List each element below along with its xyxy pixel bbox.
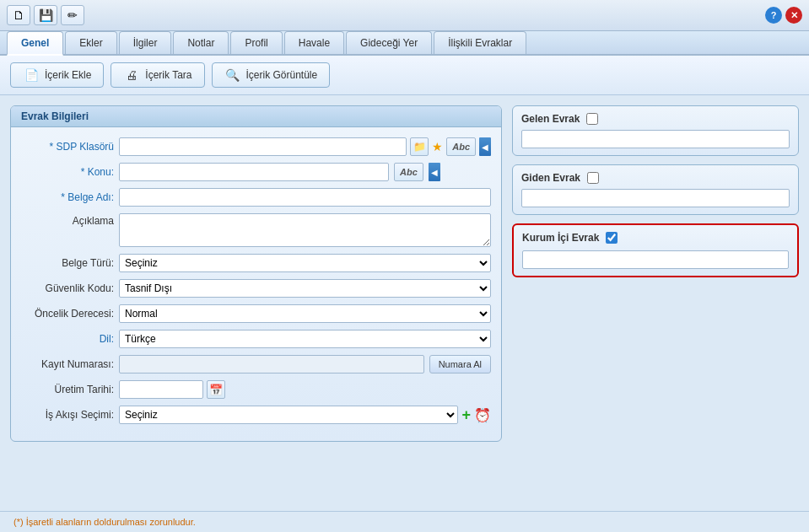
tab-notlar[interactable]: Notlar <box>173 31 229 54</box>
sdp-abc-btn[interactable]: Abc <box>446 137 476 156</box>
date-input-group: 📅 <box>119 380 225 399</box>
kurum-ici-evrak-box: Kurum İçi Evrak <box>512 223 799 277</box>
is-akisi-add-button[interactable]: + <box>461 406 471 424</box>
is-akisi-group: Seçiniz + ⏰ <box>119 406 491 424</box>
konu-input[interactable] <box>119 163 389 181</box>
tab-havale[interactable]: Havale <box>284 31 344 54</box>
footer-note: (*) İşaretli alanların doldurulması zoru… <box>0 511 809 532</box>
close-button[interactable]: ✕ <box>785 7 802 24</box>
top-bar: 🗋 💾 ✏ ? ✕ <box>0 0 809 31</box>
konu-abc-btn[interactable]: Abc <box>394 163 423 181</box>
sdp-folder-btn[interactable]: 📁 <box>410 137 429 156</box>
action-bar: 📄 İçerik Ekle 🖨 İçerik Tara 🔍 İçerik Gör… <box>0 56 809 95</box>
kurum-ici-evrak-header: Kurum İçi Evrak <box>522 232 789 244</box>
is-akisi-label: İş Akışı Seçimi: <box>21 409 114 421</box>
sdp-klasoru-row: SDP Klasörü 📁 ★ Abc ◀ <box>21 137 491 156</box>
toolbar-buttons: 🗋 💾 ✏ <box>7 5 84 25</box>
dil-select[interactable]: Türkçe <box>119 330 491 348</box>
icerik-goruntule-icon: 🔍 <box>224 67 241 83</box>
aciklama-row: Açıklama <box>21 213 491 247</box>
gelen-evrak-input[interactable] <box>521 130 790 148</box>
icerik-tara-button[interactable]: 🖨 İçerik Tara <box>111 62 204 88</box>
kayit-numarasi-row: Kayıt Numarası: Numara Al <box>21 355 491 373</box>
tab-iliskili-evraklar[interactable]: İlişkili Evraklar <box>434 31 526 54</box>
oncelik-derecesi-select[interactable]: Normal <box>119 304 491 323</box>
kurum-ici-evrak-checkbox[interactable] <box>606 232 618 244</box>
clock-icon: ⏰ <box>474 407 491 423</box>
oncelik-derecesi-row: Öncelik Derecesi: Normal <box>21 304 491 323</box>
guvenlik-kodu-select[interactable]: Tasnif Dışı <box>119 279 491 298</box>
right-panel: Gelen Evrak Giden Evrak Kurum İçi Evrak <box>512 105 799 501</box>
konu-row: Konu: Abc ◀ <box>21 163 491 181</box>
sdp-arrow-btn[interactable]: ◀ <box>479 137 491 156</box>
gelen-evrak-header: Gelen Evrak <box>521 113 790 125</box>
required-fields-note: (*) İşaretli alanların doldurulması zoru… <box>13 517 196 527</box>
tab-bar: Genel Ekler İlgiler Notlar Profil Havale… <box>0 31 809 56</box>
dil-row: Dil: Türkçe <box>21 330 491 348</box>
save-button[interactable]: 💾 <box>34 5 57 25</box>
belge-turu-label: Belge Türü: <box>21 257 114 269</box>
panel-title: Evrak Bilgileri <box>11 106 501 127</box>
tab-genel[interactable]: Genel <box>7 31 63 56</box>
gelen-evrak-box: Gelen Evrak <box>512 105 799 156</box>
main-content: Evrak Bilgileri SDP Klasörü 📁 ★ Abc ◀ <box>0 95 809 511</box>
giden-evrak-checkbox[interactable] <box>587 172 599 184</box>
sdp-klasoru-label: SDP Klasörü <box>21 141 114 153</box>
icerik-goruntule-button[interactable]: 🔍 İçerik Görüntüle <box>212 62 331 88</box>
new-button[interactable]: 🗋 <box>7 5 30 25</box>
is-akisi-select[interactable]: Seçiniz <box>119 406 458 424</box>
icerik-ekle-label: İçerik Ekle <box>45 69 91 81</box>
tab-profil[interactable]: Profil <box>230 31 282 54</box>
guvenlik-kodu-label: Güvenlik Kodu: <box>21 282 114 294</box>
belge-turu-select[interactable]: Seçiniz <box>119 254 491 272</box>
uretim-tarihi-row: Üretim Tarihi: 📅 <box>21 380 491 399</box>
edit-button[interactable]: ✏ <box>61 5 84 25</box>
tab-ekler[interactable]: Ekler <box>65 31 116 54</box>
belge-adi-label: Belge Adı: <box>21 191 114 203</box>
kayit-numarasi-input <box>119 355 424 373</box>
window-controls: ? ✕ <box>765 7 802 24</box>
konu-label: Konu: <box>21 166 114 178</box>
help-button[interactable]: ? <box>765 7 782 24</box>
belge-adi-input[interactable] <box>119 188 491 207</box>
calendar-button[interactable]: 📅 <box>207 380 225 399</box>
uretim-tarihi-label: Üretim Tarihi: <box>21 384 114 395</box>
panel-body: SDP Klasörü 📁 ★ Abc ◀ Konu: Abc <box>11 127 501 441</box>
tab-gidecegi-yer[interactable]: Gideceği Yer <box>346 31 432 54</box>
kurum-ici-evrak-input[interactable] <box>522 250 789 269</box>
aciklama-label: Açıklama <box>21 213 114 227</box>
aciklama-textarea[interactable] <box>119 213 491 247</box>
uretim-tarihi-input[interactable] <box>119 380 203 399</box>
evrak-bilgileri-panel: Evrak Bilgileri SDP Klasörü 📁 ★ Abc ◀ <box>10 105 502 442</box>
guvenlik-kodu-row: Güvenlik Kodu: Tasnif Dışı <box>21 279 491 298</box>
sdp-star-icon: ★ <box>432 140 443 153</box>
left-panel: Evrak Bilgileri SDP Klasörü 📁 ★ Abc ◀ <box>10 105 502 501</box>
is-akisi-row: İş Akışı Seçimi: Seçiniz + ⏰ <box>21 406 491 424</box>
kurum-ici-evrak-title: Kurum İçi Evrak <box>522 232 599 244</box>
konu-arrow-btn[interactable]: ◀ <box>429 163 440 181</box>
belge-turu-row: Belge Türü: Seçiniz <box>21 254 491 272</box>
oncelik-derecesi-label: Öncelik Derecesi: <box>21 308 114 320</box>
kayit-numarasi-label: Kayıt Numarası: <box>21 358 114 370</box>
icerik-tara-icon: 🖨 <box>123 67 140 83</box>
tab-ilgiler[interactable]: İlgiler <box>119 31 172 54</box>
numara-al-button[interactable]: Numara Al <box>429 355 491 373</box>
icerik-ekle-icon: 📄 <box>23 67 40 83</box>
icerik-ekle-button[interactable]: 📄 İçerik Ekle <box>10 62 104 88</box>
giden-evrak-header: Giden Evrak <box>521 172 790 184</box>
main-window: 🗋 💾 ✏ ? ✕ Genel Ekler İlgiler Notlar Pro… <box>0 0 809 532</box>
giden-evrak-box: Giden Evrak <box>512 164 799 215</box>
giden-evrak-title: Giden Evrak <box>521 172 580 184</box>
gelen-evrak-checkbox[interactable] <box>586 113 598 125</box>
dil-label: Dil: <box>21 333 114 345</box>
icerik-tara-label: İçerik Tara <box>145 69 191 81</box>
giden-evrak-input[interactable] <box>521 189 790 207</box>
sdp-input-group: 📁 ★ Abc ◀ <box>119 137 491 156</box>
gelen-evrak-title: Gelen Evrak <box>521 113 580 125</box>
sdp-klasoru-input[interactable] <box>119 137 407 156</box>
icerik-goruntule-label: İçerik Görüntüle <box>246 69 318 81</box>
belge-adi-row: Belge Adı: <box>21 188 491 207</box>
